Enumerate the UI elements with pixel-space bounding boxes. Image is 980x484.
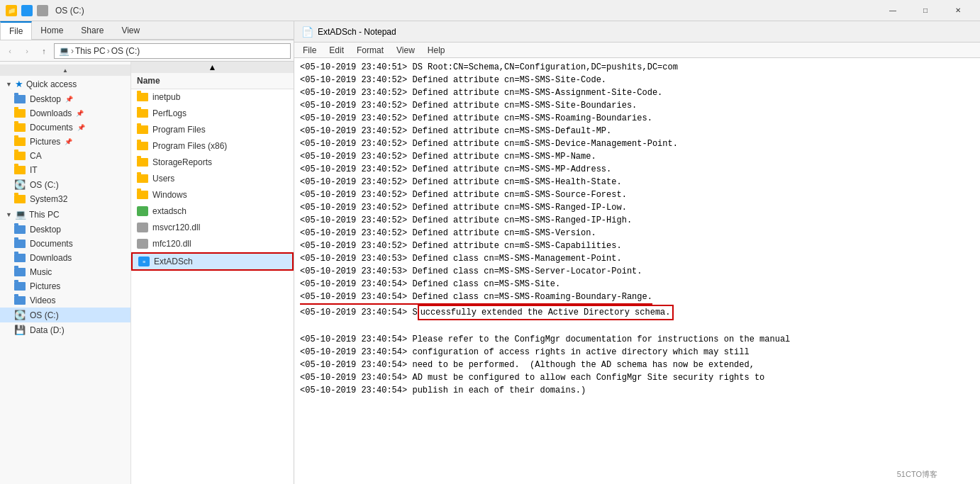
sidebar-item-downloads-pc[interactable]: Downloads — [0, 251, 130, 265]
sidebar: ▲ ▼ ★ Quick access Desktop 📌 Downloads 📌 — [0, 62, 131, 484]
inetpub-icon — [137, 93, 148, 101]
sidebar-item-music-pc[interactable]: Music — [0, 265, 130, 279]
sidebar-item-desktop-quick[interactable]: Desktop 📌 — [0, 92, 130, 106]
sidebar-item-pictures-pc[interactable]: Pictures — [0, 279, 130, 293]
file-extadsch-exe[interactable]: extadsch — [131, 203, 294, 220]
sidebar-item-downloads-quick[interactable]: Downloads 📌 — [0, 106, 130, 120]
this-pc-header[interactable]: ▼ 💻 This PC — [0, 206, 130, 223]
notepad-title-text: ExtADSch - Notepad — [318, 27, 396, 37]
close-button[interactable]: ✕ — [942, 0, 974, 21]
notepad-app-icon: 📄 — [301, 26, 313, 38]
users-label: Users — [152, 174, 174, 184]
quick-access-arrow: ▼ — [6, 81, 12, 88]
sidebar-item-datad-pc[interactable]: 💾 Data (D:) — [0, 322, 130, 337]
path-computer-icon: 💻 — [59, 46, 69, 56]
tab-view[interactable]: View — [113, 21, 149, 39]
system32-folder-icon — [14, 195, 26, 203]
file-mfc120[interactable]: mfc120.dll — [131, 236, 294, 252]
notepad-menu: File Edit Format View Help — [294, 43, 980, 58]
notepad-content[interactable]: <05-10-2019 23:40:51> DS Root:CN=Schema,… — [294, 58, 980, 484]
sidebar-label-pictures-quick: Pictures — [30, 137, 60, 147]
up-button[interactable]: ↑ — [37, 44, 51, 58]
folder-users[interactable]: Users — [131, 171, 294, 187]
log-icon: ≡ — [138, 257, 150, 266]
pin-icon-downloads: 📌 — [76, 110, 84, 117]
windows-icon — [137, 191, 148, 199]
explorer-body: ▲ ▼ ★ Quick access Desktop 📌 Downloads 📌 — [0, 62, 294, 484]
menu-edit[interactable]: Edit — [323, 44, 350, 57]
path-drive: OS (C:) — [111, 46, 140, 56]
folder-storage-reports[interactable]: StorageReports — [131, 154, 294, 171]
dll1-icon — [137, 223, 148, 232]
title-bar: 📁 OS (C:) — □ ✕ — [0, 0, 980, 21]
file-list-header: Name — [131, 73, 294, 89]
folder-program-files[interactable]: Program Files — [131, 122, 294, 138]
menu-help[interactable]: Help — [422, 44, 451, 57]
sidebar-label-desktop-pc: Desktop — [30, 225, 61, 235]
programfiles-icon — [137, 125, 148, 134]
sidebar-label-videos-pc: Videos — [30, 296, 55, 305]
address-path[interactable]: 💻 › This PC › OS (C:) — [54, 43, 291, 59]
sidebar-item-osc-pc[interactable]: 💽 OS (C:) — [0, 308, 130, 322]
sidebar-scroll-up[interactable]: ▲ — [0, 64, 130, 76]
main-container: File Home Share View ‹ › ↑ 💻 › This PC ›… — [0, 21, 980, 484]
programfilesx86-icon — [137, 142, 148, 150]
sidebar-item-documents-quick[interactable]: Documents 📌 — [0, 120, 130, 135]
folder-perflogs[interactable]: PerfLogs — [131, 106, 294, 122]
ca-folder-icon — [14, 152, 26, 160]
quick-access-star-icon: ★ — [15, 79, 23, 89]
pc-videos-icon — [14, 296, 26, 305]
quick-access-header[interactable]: ▼ ★ Quick access — [0, 76, 130, 92]
file-msvcr120[interactable]: msvcr120.dll — [131, 220, 294, 236]
pc-osc-drive-icon: 💽 — [14, 310, 26, 320]
sidebar-label-documents-pc: Documents — [30, 239, 73, 249]
file-list-scroll-up[interactable]: ▲ — [131, 62, 294, 73]
folder-program-files-x86[interactable]: Program Files (x86) — [131, 138, 294, 154]
sidebar-label-downloads-quick: Downloads — [30, 108, 72, 118]
programfiles-label: Program Files — [152, 125, 206, 135]
menu-view[interactable]: View — [391, 44, 421, 57]
msvcr120-label: msvcr120.dll — [152, 223, 200, 232]
sidebar-item-it[interactable]: IT — [0, 163, 130, 177]
sidebar-label-osc: OS (C:) — [30, 180, 59, 190]
sidebar-item-desktop-pc[interactable]: Desktop — [0, 223, 130, 237]
downloads-folder-icon — [14, 109, 26, 118]
sidebar-item-osc[interactable]: 💽 OS (C:) — [0, 177, 130, 192]
sidebar-item-pictures-quick[interactable]: Pictures 📌 — [0, 135, 130, 149]
tab-home[interactable]: Home — [32, 21, 72, 39]
pc-pictures-icon — [14, 282, 26, 291]
sidebar-item-documents-pc[interactable]: Documents — [0, 237, 130, 251]
back-button[interactable]: ‹ — [3, 44, 17, 58]
notepad: 📄 ExtADSch - Notepad File Edit Format Vi… — [294, 21, 980, 484]
file-extadsch-log[interactable]: ≡ ExtADSch — [131, 252, 294, 271]
title-bar-controls: — □ ✕ — [876, 0, 974, 21]
sidebar-item-videos-pc[interactable]: Videos — [0, 293, 130, 308]
desktop-folder-icon — [14, 95, 26, 103]
users-icon — [137, 174, 148, 183]
perflogs-label: PerfLogs — [152, 108, 186, 118]
folder-icon: 📁 — [6, 5, 17, 16]
ribbon: File Home Share View — [0, 21, 294, 40]
pin-icon — [37, 5, 48, 16]
pc-datad-drive-icon: 💾 — [14, 325, 26, 335]
minimize-button[interactable]: — — [876, 0, 909, 21]
maximize-button[interactable]: □ — [909, 0, 942, 21]
tab-file[interactable]: File — [0, 21, 32, 40]
pin-icon-pictures: 📌 — [65, 138, 72, 145]
sidebar-item-system32[interactable]: System32 — [0, 192, 130, 206]
menu-format[interactable]: Format — [351, 44, 389, 57]
osc-drive-icon: 💽 — [14, 179, 26, 190]
title-bar-text: OS (C:) — [55, 6, 84, 16]
sidebar-label-downloads-pc: Downloads — [30, 253, 72, 263]
tab-share[interactable]: Share — [72, 21, 113, 39]
sidebar-label-datad-pc: Data (D:) — [30, 325, 65, 335]
mfc120-label: mfc120.dll — [152, 239, 191, 249]
folder-windows[interactable]: Windows — [131, 187, 294, 203]
notepad-title-bar: 📄 ExtADSch - Notepad — [294, 21, 980, 43]
folder-inetpub[interactable]: inetpub — [131, 89, 294, 106]
forward-button[interactable]: › — [20, 44, 34, 58]
menu-file[interactable]: File — [297, 44, 322, 57]
inetpub-label: inetpub — [152, 92, 180, 102]
sidebar-item-ca[interactable]: CA — [0, 149, 130, 163]
pc-downloads-icon — [14, 254, 26, 262]
